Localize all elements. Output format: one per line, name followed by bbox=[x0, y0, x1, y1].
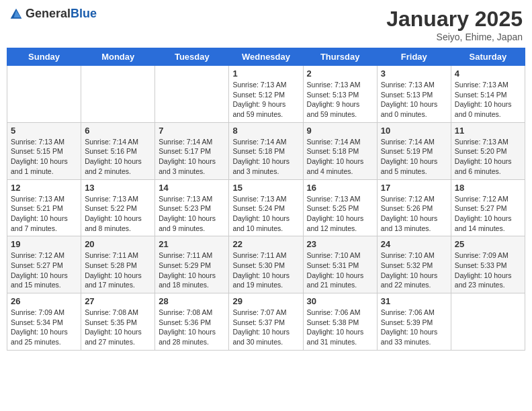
day-number: 12 bbox=[11, 183, 77, 193]
day-cell bbox=[451, 293, 525, 351]
day-number: 21 bbox=[159, 239, 225, 249]
day-number: 28 bbox=[159, 296, 225, 306]
page-header: GeneralBlue January 2025 Seiyo, Ehime, J… bbox=[7, 7, 525, 42]
day-cell: 21Sunrise: 7:11 AM Sunset: 5:29 PM Dayli… bbox=[155, 236, 229, 293]
day-number: 19 bbox=[11, 239, 77, 249]
day-cell: 10Sunrise: 7:14 AM Sunset: 5:19 PM Dayli… bbox=[377, 122, 451, 179]
day-info: Sunrise: 7:08 AM Sunset: 5:36 PM Dayligh… bbox=[159, 308, 225, 347]
day-info: Sunrise: 7:13 AM Sunset: 5:20 PM Dayligh… bbox=[455, 137, 521, 177]
day-number: 22 bbox=[232, 239, 299, 249]
day-number: 24 bbox=[381, 239, 447, 249]
day-info: Sunrise: 7:10 AM Sunset: 5:31 PM Dayligh… bbox=[307, 250, 373, 290]
week-row-4: 26Sunrise: 7:09 AM Sunset: 5:34 PM Dayli… bbox=[7, 293, 525, 351]
day-number: 20 bbox=[85, 239, 151, 249]
day-info: Sunrise: 7:12 AM Sunset: 5:26 PM Dayligh… bbox=[381, 194, 447, 234]
day-number: 8 bbox=[232, 126, 299, 136]
day-cell bbox=[81, 66, 155, 123]
day-info: Sunrise: 7:12 AM Sunset: 5:27 PM Dayligh… bbox=[11, 250, 77, 290]
day-number: 3 bbox=[381, 68, 447, 79]
day-info: Sunrise: 7:13 AM Sunset: 5:21 PM Dayligh… bbox=[11, 194, 77, 234]
day-info: Sunrise: 7:14 AM Sunset: 5:16 PM Dayligh… bbox=[85, 137, 151, 177]
day-cell: 4Sunrise: 7:13 AM Sunset: 5:14 PM Daylig… bbox=[451, 66, 525, 123]
day-number: 17 bbox=[381, 183, 447, 193]
day-cell: 6Sunrise: 7:14 AM Sunset: 5:16 PM Daylig… bbox=[81, 122, 155, 179]
day-info: Sunrise: 7:13 AM Sunset: 5:15 PM Dayligh… bbox=[11, 137, 77, 177]
day-info: Sunrise: 7:13 AM Sunset: 5:13 PM Dayligh… bbox=[307, 80, 373, 120]
day-cell: 28Sunrise: 7:08 AM Sunset: 5:36 PM Dayli… bbox=[155, 293, 229, 351]
week-row-0: 1Sunrise: 7:13 AM Sunset: 5:12 PM Daylig… bbox=[7, 66, 525, 123]
day-cell: 7Sunrise: 7:14 AM Sunset: 5:17 PM Daylig… bbox=[155, 122, 229, 179]
weekday-header-friday: Friday bbox=[377, 48, 451, 66]
day-cell: 12Sunrise: 7:13 AM Sunset: 5:21 PM Dayli… bbox=[7, 179, 81, 236]
month-title: January 2025 bbox=[386, 7, 523, 32]
day-cell: 14Sunrise: 7:13 AM Sunset: 5:23 PM Dayli… bbox=[155, 179, 229, 236]
day-cell: 25Sunrise: 7:09 AM Sunset: 5:33 PM Dayli… bbox=[451, 236, 525, 293]
day-cell: 24Sunrise: 7:10 AM Sunset: 5:32 PM Dayli… bbox=[377, 236, 451, 293]
day-number: 13 bbox=[85, 183, 151, 193]
day-cell: 26Sunrise: 7:09 AM Sunset: 5:34 PM Dayli… bbox=[7, 293, 81, 351]
day-number: 26 bbox=[11, 296, 77, 306]
day-cell: 18Sunrise: 7:12 AM Sunset: 5:27 PM Dayli… bbox=[451, 179, 525, 236]
day-info: Sunrise: 7:09 AM Sunset: 5:33 PM Dayligh… bbox=[455, 250, 521, 290]
day-info: Sunrise: 7:13 AM Sunset: 5:12 PM Dayligh… bbox=[232, 80, 299, 120]
weekday-header-tuesday: Tuesday bbox=[155, 48, 229, 66]
logo-text-general: General bbox=[26, 7, 71, 20]
day-info: Sunrise: 7:11 AM Sunset: 5:29 PM Dayligh… bbox=[159, 250, 225, 290]
day-number: 25 bbox=[455, 239, 521, 249]
day-cell: 11Sunrise: 7:13 AM Sunset: 5:20 PM Dayli… bbox=[451, 122, 525, 179]
day-info: Sunrise: 7:11 AM Sunset: 5:28 PM Dayligh… bbox=[85, 250, 151, 290]
day-info: Sunrise: 7:06 AM Sunset: 5:38 PM Dayligh… bbox=[307, 308, 373, 347]
location-title: Seiyo, Ehime, Japan bbox=[386, 32, 523, 42]
day-cell: 23Sunrise: 7:10 AM Sunset: 5:31 PM Dayli… bbox=[303, 236, 377, 293]
day-number: 29 bbox=[232, 296, 299, 306]
day-info: Sunrise: 7:12 AM Sunset: 5:27 PM Dayligh… bbox=[455, 194, 521, 234]
day-cell: 19Sunrise: 7:12 AM Sunset: 5:27 PM Dayli… bbox=[7, 236, 81, 293]
day-cell: 3Sunrise: 7:13 AM Sunset: 5:13 PM Daylig… bbox=[377, 66, 451, 123]
weekday-header-thursday: Thursday bbox=[303, 48, 377, 66]
day-number: 16 bbox=[307, 183, 373, 193]
day-info: Sunrise: 7:13 AM Sunset: 5:23 PM Dayligh… bbox=[159, 194, 225, 234]
day-info: Sunrise: 7:14 AM Sunset: 5:18 PM Dayligh… bbox=[307, 137, 373, 177]
day-cell: 27Sunrise: 7:08 AM Sunset: 5:35 PM Dayli… bbox=[81, 293, 155, 351]
title-block: January 2025 Seiyo, Ehime, Japan bbox=[386, 7, 523, 42]
day-cell: 31Sunrise: 7:06 AM Sunset: 5:39 PM Dayli… bbox=[377, 293, 451, 351]
day-info: Sunrise: 7:14 AM Sunset: 5:18 PM Dayligh… bbox=[232, 137, 299, 177]
weekday-header-row: SundayMondayTuesdayWednesdayThursdayFrid… bbox=[7, 48, 525, 66]
day-number: 27 bbox=[85, 296, 151, 306]
weekday-header-sunday: Sunday bbox=[7, 48, 81, 66]
day-number: 31 bbox=[381, 296, 447, 306]
day-number: 4 bbox=[455, 68, 521, 79]
day-number: 9 bbox=[307, 126, 373, 136]
day-number: 14 bbox=[159, 183, 225, 193]
week-row-2: 12Sunrise: 7:13 AM Sunset: 5:21 PM Dayli… bbox=[7, 179, 525, 236]
day-info: Sunrise: 7:13 AM Sunset: 5:14 PM Dayligh… bbox=[455, 80, 521, 120]
day-cell: 17Sunrise: 7:12 AM Sunset: 5:26 PM Dayli… bbox=[377, 179, 451, 236]
day-number: 6 bbox=[85, 126, 151, 136]
day-info: Sunrise: 7:13 AM Sunset: 5:22 PM Dayligh… bbox=[85, 194, 151, 234]
weekday-header-wednesday: Wednesday bbox=[229, 48, 303, 66]
weekday-header-monday: Monday bbox=[81, 48, 155, 66]
day-number: 5 bbox=[11, 126, 77, 136]
day-info: Sunrise: 7:13 AM Sunset: 5:13 PM Dayligh… bbox=[381, 80, 447, 120]
day-number: 10 bbox=[381, 126, 447, 136]
day-cell: 2Sunrise: 7:13 AM Sunset: 5:13 PM Daylig… bbox=[303, 66, 377, 123]
day-cell: 8Sunrise: 7:14 AM Sunset: 5:18 PM Daylig… bbox=[229, 122, 303, 179]
logo-icon bbox=[9, 7, 23, 21]
day-cell: 22Sunrise: 7:11 AM Sunset: 5:30 PM Dayli… bbox=[229, 236, 303, 293]
day-cell: 5Sunrise: 7:13 AM Sunset: 5:15 PM Daylig… bbox=[7, 122, 81, 179]
day-info: Sunrise: 7:09 AM Sunset: 5:34 PM Dayligh… bbox=[11, 308, 77, 347]
day-cell: 1Sunrise: 7:13 AM Sunset: 5:12 PM Daylig… bbox=[229, 66, 303, 123]
day-info: Sunrise: 7:13 AM Sunset: 5:24 PM Dayligh… bbox=[232, 194, 299, 234]
day-cell bbox=[155, 66, 229, 123]
day-cell: 29Sunrise: 7:07 AM Sunset: 5:37 PM Dayli… bbox=[229, 293, 303, 351]
day-cell: 20Sunrise: 7:11 AM Sunset: 5:28 PM Dayli… bbox=[81, 236, 155, 293]
day-info: Sunrise: 7:10 AM Sunset: 5:32 PM Dayligh… bbox=[381, 250, 447, 290]
day-info: Sunrise: 7:07 AM Sunset: 5:37 PM Dayligh… bbox=[232, 308, 299, 347]
day-info: Sunrise: 7:08 AM Sunset: 5:35 PM Dayligh… bbox=[85, 308, 151, 347]
day-number: 23 bbox=[307, 239, 373, 249]
day-number: 11 bbox=[455, 126, 521, 136]
day-number: 2 bbox=[307, 68, 373, 79]
day-number: 1 bbox=[232, 68, 299, 79]
day-cell: 16Sunrise: 7:13 AM Sunset: 5:25 PM Dayli… bbox=[303, 179, 377, 236]
day-info: Sunrise: 7:11 AM Sunset: 5:30 PM Dayligh… bbox=[232, 250, 299, 290]
